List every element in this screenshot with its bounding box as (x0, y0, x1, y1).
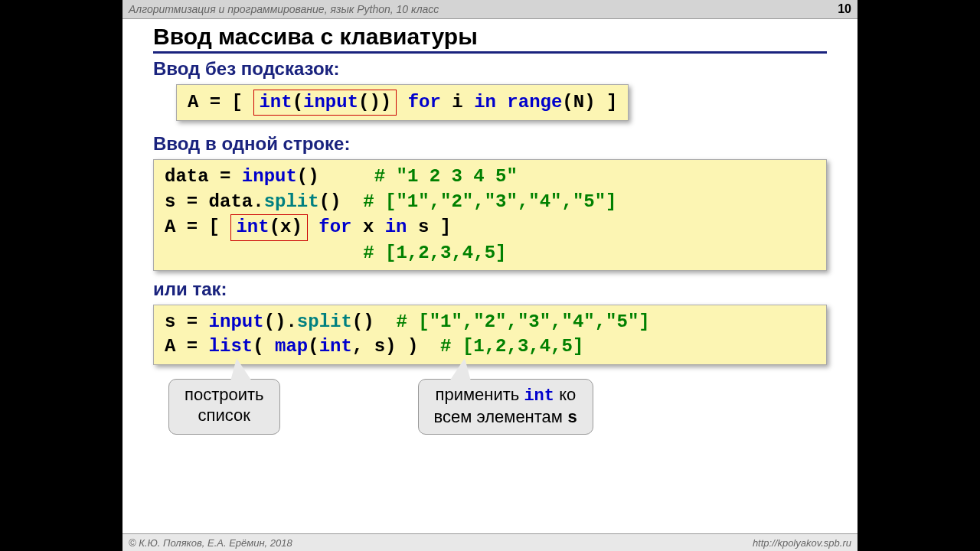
code-block-2: data = input() # "1 2 3 4 5" s = data.sp… (153, 159, 827, 271)
callout-build-list: построить список (168, 379, 280, 435)
highlight-box: int(input()) (253, 90, 397, 116)
footer-bar: © К.Ю. Поляков, Е.А. Ерёмин, 2018 http:/… (122, 533, 858, 551)
content: Ввод массива с клавиатуры Ввод без подск… (122, 19, 858, 435)
slide: Алгоритмизация и программирование, язык … (122, 0, 858, 551)
callout-row: построить список применить int ко всем э… (168, 379, 827, 435)
section1-heading: Ввод без подсказок: (153, 58, 827, 80)
copyright: © К.Ю. Поляков, Е.А. Ерёмин, 2018 (129, 537, 292, 549)
code-block-1: A = [ int(input()) for i in range(N) ] (176, 84, 629, 121)
section2-heading: Ввод в одной строке: (153, 133, 827, 155)
page-title: Ввод массива с клавиатуры (153, 24, 827, 54)
section3-heading: или так: (153, 279, 827, 300)
highlight-box: int(x) (230, 214, 307, 240)
header-bar: Алгоритмизация и программирование, язык … (122, 0, 858, 19)
breadcrumb: Алгоритмизация и программирование, язык … (129, 3, 439, 15)
page-number: 10 (838, 2, 851, 16)
code-block-3: s = input().split() # ["1","2","3","4","… (153, 305, 827, 365)
footer-url: http://kpolyakov.spb.ru (753, 537, 851, 549)
callout-apply-int: применить int ко всем элементам s (418, 379, 594, 435)
